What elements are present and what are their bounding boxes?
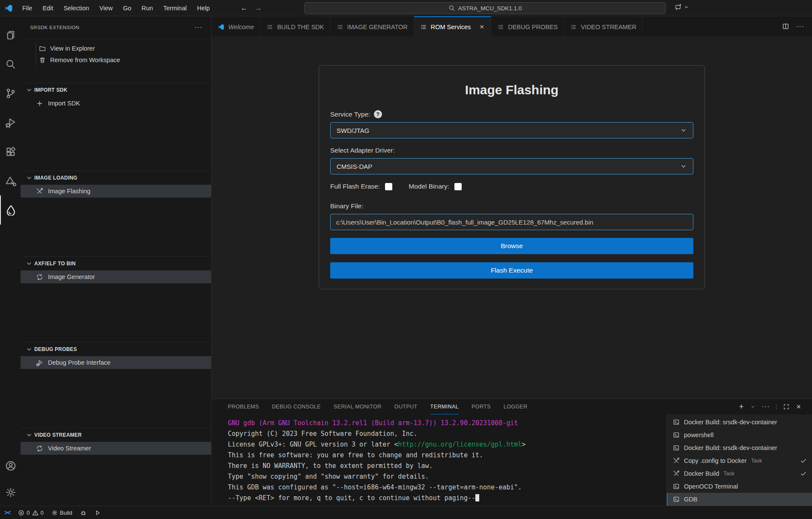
model-binary-label: Model Binary: bbox=[409, 183, 449, 190]
tab-image-generator[interactable]: IMAGE GENERATOR bbox=[331, 16, 414, 36]
panel-tab-output[interactable]: OUTPUT bbox=[394, 399, 418, 414]
chevron-down-icon bbox=[26, 346, 33, 353]
activity-search[interactable] bbox=[0, 50, 21, 79]
panel-tab-debug-console[interactable]: DEBUG CONSOLE bbox=[272, 399, 321, 414]
editor-actions: ··· bbox=[782, 16, 812, 36]
terminal-list-item-gdb[interactable]: GDB bbox=[667, 493, 812, 506]
terminal-icon bbox=[673, 483, 680, 490]
activity-explorer[interactable] bbox=[0, 21, 21, 50]
tab-label: IMAGE GENERATOR bbox=[347, 24, 408, 30]
tab-rom-services[interactable]: ROM Services× bbox=[414, 16, 491, 36]
menu-view[interactable]: View bbox=[95, 3, 117, 13]
sidebar-item-label: Import SDK bbox=[48, 100, 80, 107]
menu-run[interactable]: Run bbox=[137, 3, 158, 13]
service-type-select[interactable]: SWD/JTAG bbox=[330, 122, 693, 138]
adapter-driver-select[interactable]: CMSIS-DAP bbox=[330, 158, 693, 174]
menu-selection[interactable]: Selection bbox=[59, 3, 93, 13]
section-header[interactable]: VIDEO STREAMER bbox=[21, 428, 211, 442]
tab-build-the-sdk[interactable]: BUILD THE SDK bbox=[260, 16, 330, 36]
workspace-action-remove-from-workspace[interactable]: Remove from Workspace bbox=[36, 54, 211, 66]
section-axf-elf-to-bin: AXF/ELF TO BINImage Generator bbox=[21, 256, 211, 342]
sidebar-item-image-flashing[interactable]: Image Flashing bbox=[21, 185, 211, 198]
bottom-panel: PROBLEMSDEBUG CONSOLESERIAL MONITOROUTPU… bbox=[212, 399, 812, 506]
build-task-button[interactable]: Build bbox=[51, 510, 72, 516]
chevron-down-icon[interactable] bbox=[750, 404, 755, 409]
sidebar-more-actions-icon[interactable]: ··· bbox=[193, 24, 204, 31]
section-header[interactable]: AXF/ELF TO BIN bbox=[21, 257, 211, 270]
workspace-action-view-in-explorer[interactable]: View in Explorer bbox=[36, 42, 211, 54]
terminal-list-item-docker-build-srsdk-dev-container[interactable]: Docker Build: srsdk-dev-container bbox=[667, 441, 812, 454]
tools-icon bbox=[36, 188, 43, 195]
sidebar-header: SRSDK EXTENSION ··· bbox=[21, 16, 211, 39]
debug-status-button[interactable] bbox=[80, 510, 87, 516]
debug-icon bbox=[5, 117, 16, 128]
more-actions-icon[interactable]: ··· bbox=[796, 23, 804, 30]
play-icon bbox=[94, 510, 101, 516]
sidebar-item-import-sdk[interactable]: Import SDK bbox=[21, 97, 211, 110]
help-icon[interactable]: ? bbox=[374, 110, 382, 118]
activity-settings[interactable] bbox=[0, 479, 21, 506]
browse-button[interactable]: Browse bbox=[330, 238, 693, 254]
split-editor-icon[interactable] bbox=[782, 23, 789, 30]
copilot-menu[interactable] bbox=[675, 3, 689, 10]
checkbox-row: Full Flash Erase: Model Binary: bbox=[330, 183, 693, 190]
activity-srsdk-extension[interactable] bbox=[0, 195, 21, 225]
extensions-icon bbox=[5, 146, 16, 157]
back-arrow-icon[interactable]: ← bbox=[241, 4, 248, 12]
tab-video-streamer[interactable]: VIDEO STREAMER bbox=[564, 16, 643, 36]
activity-source-control[interactable] bbox=[0, 79, 21, 108]
command-center-search[interactable]: ASTRA_MCU_SDK1.1.0 bbox=[304, 2, 666, 14]
terminal-list-item-copy-config-to-docker[interactable]: Copy .config to DockerTask bbox=[667, 454, 812, 467]
menu-file[interactable]: File bbox=[18, 3, 36, 13]
activity-accounts[interactable] bbox=[0, 453, 21, 479]
terminal-list-item-docker-build[interactable]: Docker BuildTask bbox=[667, 467, 812, 480]
maximize-icon[interactable] bbox=[783, 403, 790, 410]
model-binary-checkbox[interactable] bbox=[454, 183, 462, 190]
image-flashing-panel: Image Flashing Service Type: ? SWD/JTAG … bbox=[319, 65, 705, 289]
task-badge: Task bbox=[723, 471, 734, 477]
terminal-output[interactable]: GNU gdb (Arm GNU Toolchain 13.2.rel1 (Bu… bbox=[212, 414, 666, 506]
terminal-line: GNU gdb (Arm GNU Toolchain 13.2.rel1 (Bu… bbox=[228, 418, 666, 429]
panel-tab-ports[interactable]: PORTS bbox=[472, 399, 491, 414]
remote-indicator[interactable]: >< bbox=[4, 509, 10, 516]
new-terminal-icon[interactable]: + bbox=[739, 402, 743, 411]
tab-debug-probes[interactable]: DEBUG PROBES bbox=[491, 16, 564, 36]
sync-icon bbox=[36, 445, 43, 452]
section-header[interactable]: DEBUG PROBES bbox=[21, 342, 211, 356]
sidebar-item-video-streamer[interactable]: Video Streamer bbox=[21, 442, 211, 455]
section-header[interactable]: IMPORT SDK bbox=[21, 83, 211, 97]
tab-label: VIDEO STREAMER bbox=[581, 24, 636, 30]
copilot-icon bbox=[675, 3, 682, 10]
sidebar-item-image-generator[interactable]: Image Generator bbox=[21, 270, 211, 283]
sidebar-item-label: Image Generator bbox=[48, 273, 95, 280]
menu-help[interactable]: Help bbox=[193, 3, 214, 13]
flash-execute-button[interactable]: Flash Execute bbox=[330, 262, 693, 279]
menu-go[interactable]: Go bbox=[119, 3, 135, 13]
panel-more-actions-icon[interactable]: ··· bbox=[762, 403, 770, 411]
terminal-list-label: GDB bbox=[684, 496, 697, 503]
panel-tab-terminal[interactable]: TERMINAL bbox=[430, 399, 459, 414]
terminal-list-item-openocd-terminal[interactable]: OpenOCD Terminal bbox=[667, 480, 812, 493]
close-icon[interactable]: × bbox=[479, 23, 485, 31]
forward-arrow-icon[interactable]: → bbox=[255, 4, 262, 12]
tab-label: BUILD THE SDK bbox=[277, 24, 324, 30]
terminal-list-item-powershell[interactable]: powershell bbox=[667, 429, 812, 441]
menu-edit[interactable]: Edit bbox=[38, 3, 57, 13]
problems-status[interactable]: 0 0 bbox=[18, 510, 43, 516]
activity-sdk-tools[interactable] bbox=[0, 166, 21, 195]
run-status-button[interactable] bbox=[94, 510, 101, 516]
full-flash-erase-checkbox[interactable] bbox=[385, 183, 392, 190]
panel-tab-logger[interactable]: LOGGER bbox=[504, 399, 528, 414]
terminal-list-item-docker-build-srsdk-dev-container[interactable]: Docker Build: srsdk-dev-container bbox=[667, 416, 812, 429]
menu-terminal[interactable]: Terminal bbox=[159, 3, 191, 13]
sidebar-item-debug-probe-interface[interactable]: Debug Probe Interface bbox=[21, 356, 211, 369]
panel-tab-problems[interactable]: PROBLEMS bbox=[228, 399, 259, 414]
panel-tab-serial-monitor[interactable]: SERIAL MONITOR bbox=[334, 399, 382, 414]
activity-extensions[interactable] bbox=[0, 137, 21, 166]
terminal-list-label: Copy .config to Docker bbox=[684, 457, 747, 464]
close-panel-icon[interactable]: × bbox=[796, 402, 801, 411]
activity-run-and-debug[interactable] bbox=[0, 108, 21, 137]
tab-welcome[interactable]: Welcome bbox=[212, 16, 260, 36]
binary-file-input[interactable] bbox=[330, 214, 693, 230]
section-header[interactable]: IMAGE LOADING bbox=[21, 171, 211, 185]
